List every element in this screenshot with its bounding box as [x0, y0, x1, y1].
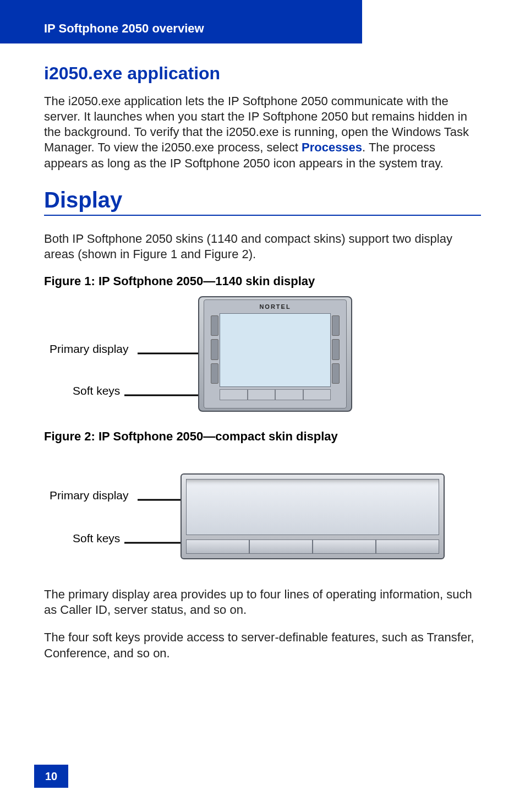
- device-frame-inner: NORTEL: [204, 299, 347, 408]
- figure-2-label-soft-keys: Soft keys: [73, 532, 120, 545]
- figure-1-caption: Figure 1: IP Softphone 2050—1140 skin di…: [44, 274, 481, 288]
- figure-1-label-soft-keys: Soft keys: [73, 384, 120, 397]
- figure-2-caption: Figure 2: IP Softphone 2050—compact skin…: [44, 429, 481, 444]
- device-left-keys: [211, 315, 218, 384]
- running-head-text: IP Softphone 2050 overview: [44, 21, 204, 35]
- device-softkeys-row: [186, 539, 439, 554]
- figure-1: Primary display Soft keys NORTEL: [44, 296, 481, 417]
- figure-2-label-primary-display: Primary display: [50, 489, 129, 502]
- running-head-band: IP Softphone 2050 overview: [0, 14, 362, 43]
- device-softkeys-row: [220, 389, 331, 400]
- section-heading-display: Display: [44, 188, 481, 212]
- figure-1-device-1140-skin: NORTEL: [198, 296, 352, 412]
- device-primary-display-area: [220, 313, 331, 387]
- page-number-box: 10: [34, 765, 68, 788]
- figure-2-device-compact-skin: [181, 473, 445, 559]
- section-heading-rule: [44, 215, 481, 216]
- section-heading-app: i2050.exe application: [44, 63, 481, 84]
- paragraph-app: The i2050.exe application lets the IP So…: [44, 94, 481, 171]
- figure-2: Primary display Soft keys: [44, 460, 481, 570]
- paragraph-primary-display: The primary display area provides up to …: [44, 587, 481, 618]
- page-number: 10: [45, 770, 57, 783]
- arrow-icon: [138, 349, 204, 360]
- device-right-keys: [332, 315, 340, 384]
- figure-1-label-primary-display: Primary display: [50, 342, 129, 356]
- device-brand-label: NORTEL: [204, 303, 346, 310]
- arrow-icon: [124, 391, 210, 402]
- paragraph-display-intro: Both IP Softphone 2050 skins (1140 and c…: [44, 231, 481, 262]
- device-primary-display-area: [186, 479, 439, 535]
- header-top-stripe: [0, 0, 362, 14]
- paragraph-softkeys: The four soft keys provide access to ser…: [44, 630, 481, 661]
- page-content: i2050.exe application The i2050.exe appl…: [0, 63, 525, 661]
- bold-term-processes: Processes: [302, 140, 362, 154]
